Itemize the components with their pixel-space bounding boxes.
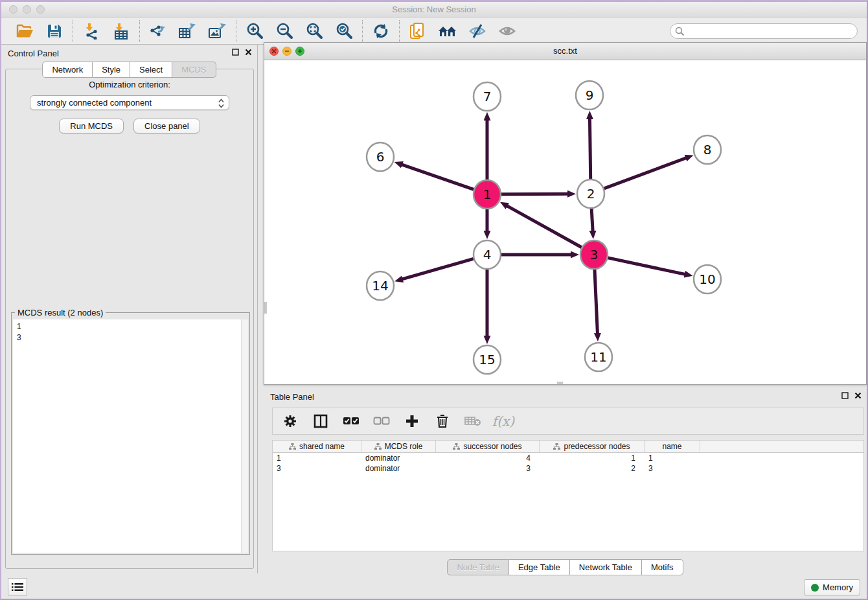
window-controls[interactable] [9,5,45,14]
cell-mcds-role[interactable]: dominator [361,464,436,473]
tab-node-table[interactable]: Node Table [447,559,509,575]
column-header-successor-nodes[interactable]: successor nodes [436,441,540,452]
result-scrollbar[interactable] [241,319,248,553]
cell-successor-nodes[interactable]: 4 [436,454,540,463]
network-window-titlebar[interactable]: scc.txt [264,43,866,60]
table-toolbar: f(x) [272,408,864,435]
table-row[interactable]: 1 dominator 4 1 1 [273,453,863,463]
network-close-icon[interactable] [269,47,279,56]
close-window-button[interactable] [9,5,17,14]
graph-edge-2-9[interactable] [589,119,590,179]
split-columns-icon[interactable] [312,413,329,430]
export-image-icon[interactable] [208,21,227,41]
list-icon [12,583,23,592]
deselect-all-icon[interactable] [373,413,390,430]
mcds-result-group: MCDS result (2 nodes) 1 3 [11,312,250,555]
tab-select[interactable]: Select [130,62,172,78]
first-neighbors-icon[interactable] [438,21,457,41]
graph-edge-3-1[interactable] [507,206,581,248]
graph-node-label: 3 [590,247,599,262]
node-table[interactable]: shared name MCDS role successor nodes pr… [272,440,864,551]
graph-node-label: 15 [479,352,495,367]
graph-edge-2-3[interactable] [591,209,593,231]
tab-network-table[interactable]: Network Table [570,559,642,575]
vertical-scroll-handle[interactable] [264,302,267,314]
column-header-shared-name[interactable]: shared name [273,441,361,452]
network-canvas[interactable]: 7968124314101511 [264,60,866,384]
close-panel-icon[interactable] [245,49,252,56]
criterion-select[interactable]: strongly connected component [30,95,229,110]
graph-node-label: 1 [483,187,492,202]
tab-motifs[interactable]: Motifs [642,559,683,575]
cell-name[interactable]: 3 [645,464,700,473]
minimize-window-button[interactable] [23,5,31,14]
add-row-icon[interactable] [404,413,420,430]
tab-style[interactable]: Style [93,62,130,78]
zoom-fit-icon[interactable] [304,21,324,41]
attribute-icon [374,443,382,450]
import-table-icon[interactable] [111,21,131,41]
horizontal-scroll-handle[interactable] [557,382,563,384]
table-row[interactable]: 3 dominator 3 2 3 [273,463,863,474]
control-panel-title: Control Panel [8,49,59,58]
cell-shared-name[interactable]: 1 [273,454,361,463]
tab-mcds[interactable]: MCDS [172,62,216,78]
result-line: 1 [17,321,244,332]
attribute-icon [453,443,460,450]
network-minimize-icon[interactable] [282,47,291,56]
hide-selected-icon[interactable] [468,21,487,41]
graph-node-label: 11 [590,349,606,365]
column-header-name[interactable]: name [645,441,700,452]
save-session-icon[interactable] [45,21,64,41]
cell-predecessor-nodes[interactable]: 1 [540,454,645,463]
refresh-layout-icon[interactable] [371,21,391,41]
zoom-in-icon[interactable] [245,21,264,41]
cell-name[interactable]: 1 [645,454,700,463]
memory-status-icon [811,584,819,592]
graph-node-label: 6 [376,149,385,165]
import-network-icon[interactable] [82,21,101,41]
column-header-mcds-role[interactable]: MCDS role [361,441,436,452]
search-input[interactable] [670,23,858,39]
mcds-result-list[interactable]: 1 3 [13,319,248,553]
column-header-predecessor-nodes[interactable]: predecessor nodes [540,441,645,452]
zoom-out-icon[interactable] [275,21,294,41]
float-table-panel-icon[interactable] [841,392,849,399]
show-all-icon[interactable] [497,21,517,41]
table-panel-title: Table Panel [270,392,314,402]
graph-edge-1-6[interactable] [402,165,474,189]
float-panel-icon[interactable] [232,49,239,56]
cell-predecessor-nodes[interactable]: 2 [540,464,645,473]
zoom-selected-icon[interactable] [334,21,354,41]
result-line: 3 [17,332,244,343]
run-mcds-button[interactable]: Run MCDS [59,119,124,133]
cell-shared-name[interactable]: 3 [273,464,361,473]
delete-row-icon[interactable] [434,413,451,430]
cell-mcds-role[interactable]: dominator [361,454,436,463]
delete-table-icon[interactable] [464,413,481,430]
network-zoom-icon[interactable] [295,47,304,56]
open-file-icon[interactable] [15,21,34,41]
graph-edge-2-8[interactable] [604,158,687,189]
maximize-window-button[interactable] [36,5,45,14]
graph-edge-4-14[interactable] [402,259,474,279]
graph-edge-1-2[interactable] [501,194,568,194]
graph-node-label: 14 [372,278,388,294]
tab-edge-table[interactable]: Edge Table [509,559,570,575]
network-window-title: scc.txt [264,43,866,60]
memory-button[interactable]: Memory [804,579,860,595]
cell-successor-nodes[interactable]: 3 [436,464,540,473]
tab-network[interactable]: Network [42,62,93,78]
attribute-icon [289,443,296,450]
select-all-icon[interactable] [343,413,360,430]
graph-edge-3-10[interactable] [608,258,685,274]
close-panel-button[interactable]: Close panel [133,119,200,133]
graph-edge-3-11[interactable] [595,270,597,334]
table-panel: Table Panel f(x) [264,388,867,579]
task-history-button[interactable] [8,578,27,595]
gear-icon[interactable] [282,413,299,430]
close-table-panel-icon[interactable] [854,392,862,399]
duplicate-network-icon[interactable] [408,21,428,41]
export-table-icon[interactable] [178,21,198,41]
export-network-icon[interactable] [148,21,168,41]
